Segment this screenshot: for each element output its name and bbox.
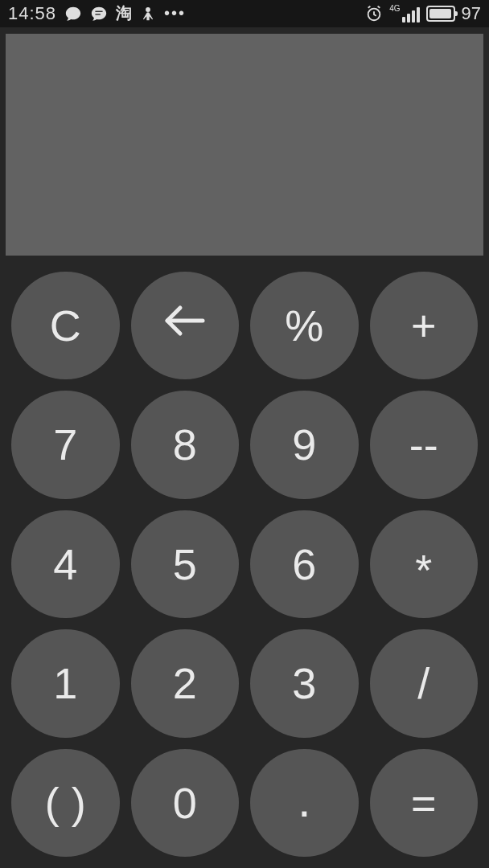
battery-percent: 97 <box>462 3 481 24</box>
digit-9-button[interactable]: 9 <box>250 391 359 499</box>
status-right: 4G 97 <box>365 3 481 24</box>
svg-point-2 <box>146 7 150 12</box>
status-left: 14:58 淘 ••• <box>8 2 186 24</box>
digit-5-button[interactable]: 5 <box>131 510 240 619</box>
divide-button[interactable]: / <box>370 629 479 738</box>
digit-0-button[interactable]: 0 <box>131 749 240 858</box>
tao-icon: 淘 <box>116 2 132 24</box>
battery-icon <box>426 6 455 22</box>
parentheses-button[interactable]: ( ) <box>11 749 120 858</box>
calculator-display <box>6 34 483 256</box>
digit-7-button[interactable]: 7 <box>11 391 120 499</box>
equals-button[interactable]: = <box>370 749 479 858</box>
multiply-button[interactable]: * <box>370 510 479 619</box>
more-icon: ••• <box>164 4 186 23</box>
decimal-button[interactable]: . <box>250 749 359 858</box>
chat-lines-icon <box>90 5 108 23</box>
backspace-button[interactable] <box>131 272 240 380</box>
plus-button[interactable]: + <box>370 272 479 380</box>
status-bar: 14:58 淘 ••• 4G <box>0 0 489 27</box>
alarm-icon <box>365 5 383 23</box>
digit-8-button[interactable]: 8 <box>131 391 240 499</box>
clear-button[interactable]: C <box>11 272 120 380</box>
status-time: 14:58 <box>8 3 56 24</box>
chat-filled-icon <box>64 5 82 23</box>
digit-3-button[interactable]: 3 <box>250 629 359 738</box>
signal-bars <box>402 6 420 23</box>
signal-icon: 4G <box>389 5 419 23</box>
keypad: C % + 7 8 9 -- 4 5 6 * 1 2 3 / ( ) 0 . = <box>0 256 489 869</box>
minus-button[interactable]: -- <box>370 391 479 499</box>
person-icon <box>140 6 156 22</box>
digit-2-button[interactable]: 2 <box>131 629 240 738</box>
calculator-app: 14:58 淘 ••• 4G <box>0 0 489 868</box>
network-gen-label: 4G <box>389 5 400 13</box>
percent-button[interactable]: % <box>250 272 359 380</box>
digit-6-button[interactable]: 6 <box>250 510 359 619</box>
battery-fill <box>429 9 451 18</box>
backspace-icon <box>159 295 211 356</box>
digit-4-button[interactable]: 4 <box>11 510 120 619</box>
digit-1-button[interactable]: 1 <box>11 629 120 738</box>
